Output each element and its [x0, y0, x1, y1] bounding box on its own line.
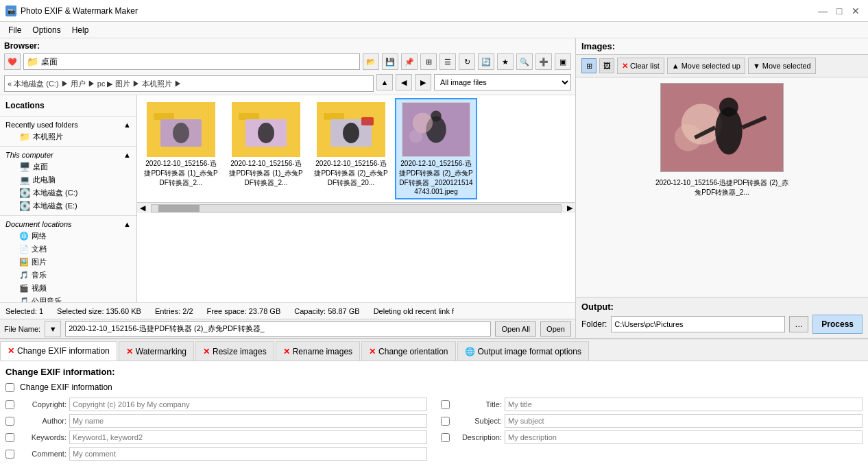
save-btn[interactable]: 💾: [382, 53, 398, 70]
doc-locations-toggle[interactable]: ▲: [123, 220, 131, 228]
sidebar-item-drive-c[interactable]: 💽 本地磁盘 (C:): [0, 186, 136, 199]
keywords-label: Keywords:: [19, 433, 67, 441]
close-button[interactable]: ✕: [849, 4, 863, 18]
tab-rename[interactable]: ✕ Rename images: [276, 341, 360, 361]
move-down-button[interactable]: ▼ Move selected: [748, 58, 816, 74]
menu-file[interactable]: File: [3, 24, 27, 36]
list-view-btn[interactable]: ☰: [439, 53, 456, 70]
keywords-checkbox[interactable]: [5, 433, 14, 442]
copyright-input[interactable]: [69, 398, 427, 411]
sidebar-item-this-pc[interactable]: 💻 此电脑: [0, 173, 136, 186]
description-input[interactable]: [505, 430, 863, 444]
scroll-track: [151, 204, 562, 212]
sidebar-item-network[interactable]: 🌐 网络: [0, 230, 136, 243]
output-row: Folder: … Process: [581, 315, 863, 334]
tab-format[interactable]: 🌐 Output image format options: [457, 341, 589, 361]
scroll-right-btn[interactable]: ▶: [564, 204, 575, 212]
doc-locations-label: Document locations: [5, 220, 72, 228]
grid-view-btn[interactable]: ⊞: [420, 53, 437, 70]
svg-point-11: [343, 123, 359, 143]
sidebar-item-drive-e[interactable]: 💽 本地磁盘 (E:): [0, 199, 136, 212]
subject-row: Subject:: [441, 414, 863, 428]
recently-used-toggle[interactable]: ▲: [123, 121, 131, 129]
pin-btn[interactable]: 📌: [401, 53, 418, 70]
filename-dropdown-btn[interactable]: ▼: [45, 321, 61, 337]
tab-orientation[interactable]: ✕ Change orientation: [361, 341, 455, 361]
refresh-btn[interactable]: 🔄: [478, 53, 494, 70]
docs-icon: 📄: [19, 245, 29, 254]
more-btn[interactable]: ▣: [555, 53, 571, 70]
go-up-btn[interactable]: ▲: [376, 74, 393, 90]
author-checkbox[interactable]: [5, 417, 14, 426]
file-item-folder3[interactable]: 2020-12-10_152156-迅捷PDF转换器 (2)_赤兔PDF转换器_…: [310, 98, 392, 199]
file-item-image1[interactable]: 2020-12-10_152156-迅捷PDF转换器 (2)_赤兔PDF转换器 …: [395, 98, 477, 199]
file-filter-select[interactable]: All image files: [434, 74, 571, 90]
folder-thumb-1: [147, 102, 215, 157]
forward-btn[interactable]: ▶: [415, 74, 431, 90]
sidebar-item-video[interactable]: 🎬 视频: [0, 282, 136, 295]
output-browse-button[interactable]: …: [789, 316, 808, 332]
tab-exif[interactable]: ✕ Change EXIF information: [0, 341, 117, 361]
open-button[interactable]: Open: [540, 321, 571, 337]
description-label: Description:: [454, 433, 502, 441]
recently-used-label: Recently used folders: [5, 121, 78, 129]
address-bar[interactable]: 📁 桌面: [23, 53, 360, 70]
title-input[interactable]: [505, 398, 863, 411]
clear-list-button[interactable]: ✕ Clear list: [617, 58, 664, 74]
file-item-folder1[interactable]: 2020-12-10_152156-迅捷PDF转换器 (1)_赤兔PDF转换器_…: [140, 98, 222, 199]
sidebar-item-recent-本机照片[interactable]: 📁 本机照片: [0, 130, 136, 143]
subject-input[interactable]: [505, 414, 863, 428]
sidebar-item-music[interactable]: 🎵 音乐: [0, 269, 136, 282]
file-scroll[interactable]: ◀ ▶: [137, 202, 575, 213]
image-thumbnail[interactable]: [660, 83, 784, 172]
filename-input[interactable]: [65, 321, 491, 337]
sidebar-item-desktop[interactable]: 🖥️ 桌面: [0, 160, 136, 173]
title-checkbox[interactable]: [441, 400, 450, 409]
star-btn[interactable]: ★: [497, 53, 514, 70]
description-checkbox[interactable]: [441, 433, 450, 442]
tab-orientation-x-icon: ✕: [369, 347, 376, 356]
favorites-icon[interactable]: ❤️: [4, 53, 21, 70]
grid-view-toggle[interactable]: ⊞: [581, 58, 596, 73]
comment-label: Comment:: [19, 450, 67, 458]
output-folder-input[interactable]: [611, 316, 785, 332]
browser-toolbar: ❤️ 📁 桌面 📂 💾 📌 ⊞ ☰ ↻ 🔄 ★ 🔍 ➕ ▣: [4, 53, 571, 70]
open-all-button[interactable]: Open All: [495, 321, 536, 337]
tab-watermark[interactable]: ✕ Watermarking: [119, 341, 194, 361]
comment-checkbox[interactable]: [5, 450, 14, 459]
this-computer-toggle[interactable]: ▲: [123, 151, 131, 159]
exif-left-col: Copyright: Author: Keywords: Comment:: [5, 398, 427, 461]
output-label: Output:: [581, 302, 863, 312]
sidebar-label-desktop: 桌面: [33, 162, 48, 172]
back-btn[interactable]: ◀: [396, 74, 412, 90]
sidebar-item-pictures[interactable]: 🖼️ 图片: [0, 256, 136, 269]
maximize-button[interactable]: □: [832, 4, 846, 18]
rotate-btn[interactable]: ↻: [459, 53, 475, 70]
comment-row: Comment:: [5, 447, 427, 461]
keywords-input[interactable]: [69, 430, 427, 444]
free-space: Free space: 23.78 GB: [207, 307, 281, 315]
subject-checkbox[interactable]: [441, 417, 450, 426]
menu-help[interactable]: Help: [67, 24, 95, 36]
search-btn[interactable]: 🔍: [516, 53, 533, 70]
file-item-folder2[interactable]: 2020-12-10_152156-迅捷PDF转换器 (1)_赤兔PDF转换器_…: [225, 98, 307, 199]
scroll-left-btn[interactable]: ◀: [137, 204, 148, 212]
list-view-toggle[interactable]: 🖼: [599, 58, 614, 73]
menu-options[interactable]: Options: [27, 24, 66, 36]
add-btn[interactable]: ➕: [535, 53, 552, 70]
sidebar-item-public-music[interactable]: 🎵 公用音乐: [0, 295, 136, 302]
minimize-button[interactable]: —: [816, 4, 830, 18]
change-exif-checkbox[interactable]: [5, 383, 14, 392]
scroll-thumb: [158, 205, 200, 212]
comment-input[interactable]: [69, 447, 427, 461]
sidebar-label-drive-e: 本地磁盘 (E:): [33, 201, 77, 211]
sidebar-item-docs[interactable]: 📄 文档: [0, 243, 136, 256]
right-panel: Images: ⊞ 🖼 ✕ Clear list ▲ Move selected…: [576, 38, 868, 338]
copyright-checkbox[interactable]: [5, 400, 14, 409]
copyright-row: Copyright:: [5, 398, 427, 411]
browse-btn[interactable]: 📂: [363, 53, 379, 70]
move-up-button[interactable]: ▲ Move selected up: [667, 58, 745, 74]
author-input[interactable]: [69, 414, 427, 428]
process-button[interactable]: Process: [812, 315, 863, 334]
tab-resize[interactable]: ✕ Resize images: [195, 341, 274, 361]
